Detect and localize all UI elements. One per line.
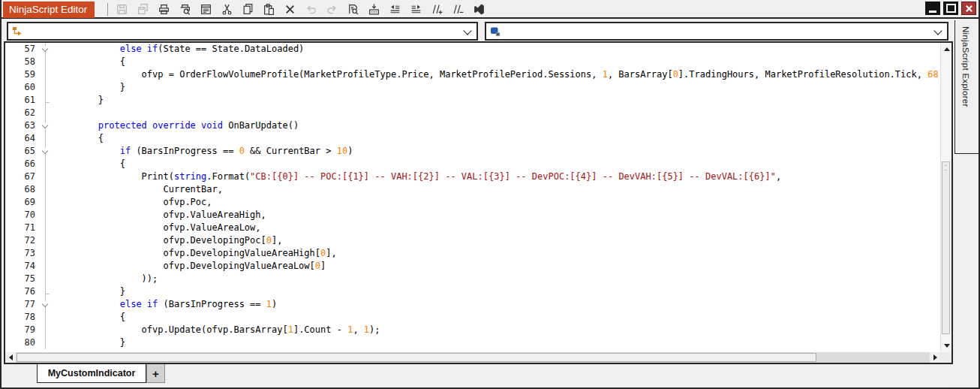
code-text: )); [55, 273, 158, 285]
line-number: 58 [5, 56, 35, 68]
editor-frame: 57 else if(State == State.DataLoaded)58 … [4, 41, 953, 364]
new-tab-button[interactable]: + [146, 364, 165, 383]
explorer-tab-label: NinjaScript Explorer [961, 26, 970, 107]
line-number: 75 [5, 273, 35, 285]
fold-toggle-icon[interactable] [35, 298, 55, 311]
fold-guide [35, 196, 55, 209]
code-text: { [55, 132, 104, 145]
code-line: 67 Print(string.Format("CB:[{0}] -- POC:… [5, 170, 940, 183]
line-number: 59 [5, 68, 35, 81]
class-icon [11, 26, 23, 38]
horizontal-scrollbar-thumb[interactable] [17, 353, 816, 362]
paste-icon[interactable] [261, 2, 277, 17]
line-number: 74 [5, 260, 35, 273]
fold-guide [35, 247, 55, 260]
fold-guide [35, 324, 55, 336]
line-number: 57 [5, 43, 35, 56]
code-text: protected override void OnBarUpdate() [55, 119, 299, 132]
line-number: 65 [5, 145, 35, 158]
minimize-button[interactable] [925, 2, 940, 15]
scroll-up-arrow[interactable] [941, 44, 952, 55]
fold-guide [35, 107, 55, 119]
copy-icon[interactable] [240, 2, 256, 17]
fold-toggle-icon[interactable] [35, 145, 55, 158]
code-editor[interactable]: 57 else if(State == State.DataLoaded)58 … [5, 43, 940, 352]
code-text: CurrentBar, [55, 183, 223, 196]
comment-icon[interactable] [429, 2, 445, 17]
increase-indent-icon[interactable] [408, 2, 424, 17]
fold-guide [35, 209, 55, 222]
delete-icon[interactable] [282, 2, 298, 17]
code-line: 75 )); [5, 273, 940, 285]
save-as-icon[interactable] [135, 2, 151, 17]
decrease-indent-icon[interactable] [387, 2, 403, 17]
code-line: 58 { [5, 56, 940, 68]
code-line: 70 ofvp.ValueAreaHigh, [5, 209, 940, 222]
maximize-button[interactable] [943, 2, 958, 15]
line-number: 67 [5, 170, 35, 183]
code-line: 63 protected override void OnBarUpdate() [5, 119, 940, 132]
type-selector-dropdown[interactable] [7, 22, 478, 41]
code-text: { [55, 311, 125, 324]
vertical-scrollbar[interactable] [940, 43, 951, 352]
code-line: 59 ofvp = OrderFlowVolumeProfile(MarketP… [5, 68, 940, 81]
fold-guide [35, 183, 55, 196]
horizontal-scrollbar[interactable] [5, 352, 940, 363]
line-number: 69 [5, 196, 35, 209]
code-line: 61 } [5, 94, 940, 107]
save-icon[interactable] [114, 2, 130, 17]
code-line: 71 ofvp.ValueAreaLow, [5, 222, 940, 234]
line-number: 64 [5, 132, 35, 145]
line-number: 70 [5, 209, 35, 222]
ninjascript-explorer-tab[interactable]: NinjaScript Explorer [954, 20, 978, 154]
code-line: 60 } [5, 81, 940, 94]
line-number: 72 [5, 234, 35, 247]
scroll-left-arrow[interactable] [5, 352, 16, 363]
code-line: 62 [5, 107, 940, 119]
compile-icon[interactable] [366, 2, 382, 17]
visual-studio-icon[interactable] [471, 2, 487, 17]
find-icon[interactable] [345, 2, 361, 17]
undo-icon[interactable] [303, 2, 319, 17]
fold-toggle-icon[interactable] [35, 43, 55, 56]
code-text: { [55, 56, 125, 68]
line-number: 78 [5, 311, 35, 324]
fold-guide [35, 94, 55, 107]
vertical-scrollbar-thumb[interactable] [942, 161, 950, 334]
line-number: 63 [5, 119, 35, 132]
fold-guide [35, 336, 55, 349]
scroll-right-arrow[interactable] [930, 352, 940, 363]
fold-toggle-icon[interactable] [35, 119, 55, 132]
close-icon [965, 5, 973, 13]
code-line: 69 ofvp.Poc, [5, 196, 940, 209]
code-text: ofvp.Update(ofvp.BarsArray[1].Count - 1,… [55, 324, 380, 336]
member-selector-dropdown[interactable] [485, 22, 948, 41]
scroll-down-arrow[interactable] [941, 340, 952, 351]
code-line: 66 { [5, 158, 940, 170]
code-line: 74 ofvp.DevelopingValueAreaLow[0] [5, 260, 940, 273]
toolbar [114, 1, 487, 18]
code-line: 73 ofvp.DevelopingValueAreaHigh[0], [5, 247, 940, 260]
select-all-icon[interactable] [198, 2, 214, 17]
code-line: 72 ofvp.DevelopingPoc[0], [5, 234, 940, 247]
method-icon [489, 26, 501, 38]
code-text: { [55, 158, 125, 170]
code-line: 78 { [5, 311, 940, 324]
code-navigation-bar [2, 20, 951, 42]
redo-icon[interactable] [324, 2, 340, 17]
fold-guide [35, 158, 55, 170]
print-preview-icon[interactable] [177, 2, 193, 17]
uncomment-icon[interactable] [450, 2, 466, 17]
code-text: if (BarsInProgress == 0 && CurrentBar > … [55, 145, 353, 158]
close-button[interactable] [961, 2, 976, 15]
code-text: else if(State == State.DataLoaded) [55, 43, 304, 56]
code-text: } [55, 285, 125, 298]
print-icon[interactable] [156, 2, 172, 17]
code-text: } [55, 336, 125, 349]
cut-icon[interactable] [219, 2, 235, 17]
fold-guide [35, 222, 55, 234]
fold-guide [35, 273, 55, 285]
code-line: 80 } [5, 336, 940, 349]
tab-mycustomindicator[interactable]: MyCustomIndicator [37, 364, 146, 383]
code-text: ofvp.ValueAreaLow, [55, 222, 261, 234]
